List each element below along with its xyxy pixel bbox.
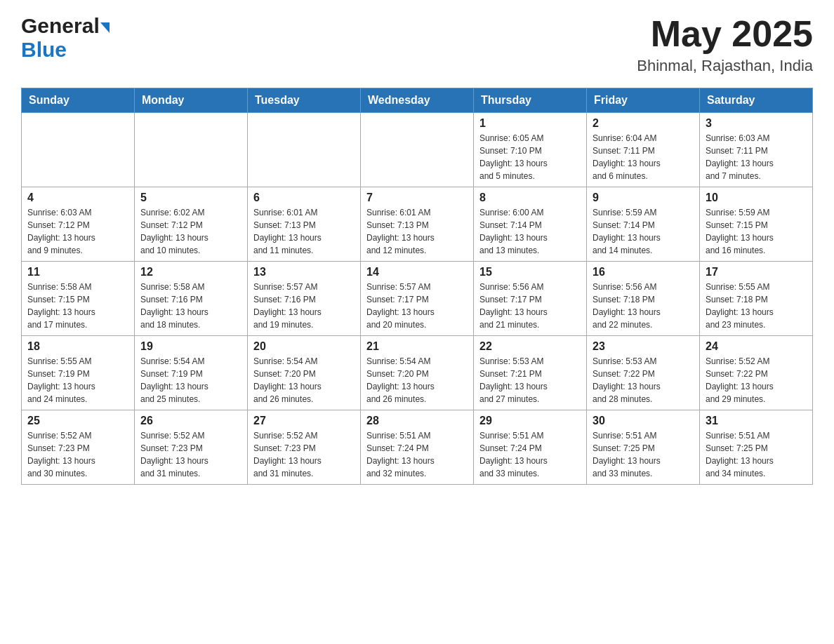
calendar-cell: 24Sunrise: 5:52 AMSunset: 7:22 PMDayligh… <box>700 336 813 410</box>
day-number: 11 <box>27 266 128 279</box>
day-info: Sunrise: 5:54 AMSunset: 7:19 PMDaylight:… <box>140 355 241 405</box>
calendar-cell: 10Sunrise: 5:59 AMSunset: 7:15 PMDayligh… <box>700 187 813 262</box>
day-info: Sunrise: 5:51 AMSunset: 7:24 PMDaylight:… <box>366 429 468 480</box>
calendar-cell: 12Sunrise: 5:58 AMSunset: 7:16 PMDayligh… <box>135 262 248 336</box>
calendar-cell: 2Sunrise: 6:04 AMSunset: 7:11 PMDaylight… <box>587 113 700 187</box>
calendar-cell: 11Sunrise: 5:58 AMSunset: 7:15 PMDayligh… <box>22 262 135 336</box>
calendar-cell <box>248 113 361 187</box>
day-number: 21 <box>366 340 468 353</box>
calendar-table: SundayMondayTuesdayWednesdayThursdayFrid… <box>21 88 813 485</box>
day-number: 25 <box>27 415 128 427</box>
day-info: Sunrise: 5:58 AMSunset: 7:16 PMDaylight:… <box>140 281 241 331</box>
day-number: 22 <box>479 340 581 353</box>
calendar-cell: 6Sunrise: 6:01 AMSunset: 7:13 PMDaylight… <box>248 187 361 262</box>
day-number: 17 <box>706 266 807 279</box>
weekday-header-wednesday: Wednesday <box>361 88 474 113</box>
calendar-cell: 7Sunrise: 6:01 AMSunset: 7:13 PMDaylight… <box>361 187 474 262</box>
day-number: 28 <box>366 415 468 427</box>
calendar-cell: 14Sunrise: 5:57 AMSunset: 7:17 PMDayligh… <box>361 262 474 336</box>
day-info: Sunrise: 5:56 AMSunset: 7:17 PMDaylight:… <box>479 281 581 331</box>
day-number: 19 <box>140 340 241 353</box>
calendar-header-row: SundayMondayTuesdayWednesdayThursdayFrid… <box>22 88 813 113</box>
calendar-cell: 19Sunrise: 5:54 AMSunset: 7:19 PMDayligh… <box>135 336 248 410</box>
day-info: Sunrise: 5:54 AMSunset: 7:20 PMDaylight:… <box>366 355 468 405</box>
day-info: Sunrise: 6:03 AMSunset: 7:11 PMDaylight:… <box>706 132 807 182</box>
day-number: 29 <box>479 415 581 427</box>
day-info: Sunrise: 6:05 AMSunset: 7:10 PMDaylight:… <box>479 132 581 182</box>
logo: General Blue <box>21 14 110 65</box>
day-number: 26 <box>140 415 241 427</box>
day-number: 31 <box>706 415 807 427</box>
day-info: Sunrise: 5:51 AMSunset: 7:25 PMDaylight:… <box>593 429 694 480</box>
day-info: Sunrise: 5:51 AMSunset: 7:24 PMDaylight:… <box>479 429 581 480</box>
calendar-cell: 20Sunrise: 5:54 AMSunset: 7:20 PMDayligh… <box>248 336 361 410</box>
title-section: May 2025 Bhinmal, Rajasthan, India <box>637 14 813 75</box>
day-info: Sunrise: 5:52 AMSunset: 7:23 PMDaylight:… <box>27 429 128 480</box>
logo-triangle-icon <box>100 22 110 33</box>
day-info: Sunrise: 6:01 AMSunset: 7:13 PMDaylight:… <box>366 206 468 257</box>
day-number: 1 <box>479 117 581 130</box>
weekday-header-tuesday: Tuesday <box>248 88 361 113</box>
day-info: Sunrise: 5:59 AMSunset: 7:14 PMDaylight:… <box>593 206 694 257</box>
calendar-cell <box>361 113 474 187</box>
calendar-cell: 16Sunrise: 5:56 AMSunset: 7:18 PMDayligh… <box>587 262 700 336</box>
day-info: Sunrise: 5:57 AMSunset: 7:16 PMDaylight:… <box>253 281 355 331</box>
day-number: 13 <box>253 266 355 279</box>
day-info: Sunrise: 6:00 AMSunset: 7:14 PMDaylight:… <box>479 206 581 257</box>
day-number: 12 <box>140 266 241 279</box>
calendar-subtitle: Bhinmal, Rajasthan, India <box>637 57 813 75</box>
calendar-cell: 18Sunrise: 5:55 AMSunset: 7:19 PMDayligh… <box>22 336 135 410</box>
calendar-cell: 23Sunrise: 5:53 AMSunset: 7:22 PMDayligh… <box>587 336 700 410</box>
day-info: Sunrise: 5:52 AMSunset: 7:22 PMDaylight:… <box>706 355 807 405</box>
day-info: Sunrise: 6:04 AMSunset: 7:11 PMDaylight:… <box>593 132 694 182</box>
calendar-week-row: 4Sunrise: 6:03 AMSunset: 7:12 PMDaylight… <box>22 187 813 262</box>
day-number: 23 <box>593 340 694 353</box>
calendar-title: May 2025 <box>637 14 813 54</box>
day-number: 9 <box>593 192 694 204</box>
calendar-cell: 13Sunrise: 5:57 AMSunset: 7:16 PMDayligh… <box>248 262 361 336</box>
day-number: 5 <box>140 192 241 204</box>
day-number: 2 <box>593 117 694 130</box>
day-number: 24 <box>706 340 807 353</box>
calendar-cell: 3Sunrise: 6:03 AMSunset: 7:11 PMDaylight… <box>700 113 813 187</box>
calendar-cell: 27Sunrise: 5:52 AMSunset: 7:23 PMDayligh… <box>248 410 361 485</box>
day-number: 16 <box>593 266 694 279</box>
calendar-cell <box>22 113 135 187</box>
day-info: Sunrise: 5:58 AMSunset: 7:15 PMDaylight:… <box>27 281 128 331</box>
weekday-header-saturday: Saturday <box>700 88 813 113</box>
calendar-cell: 1Sunrise: 6:05 AMSunset: 7:10 PMDaylight… <box>474 113 587 187</box>
day-number: 15 <box>479 266 581 279</box>
day-info: Sunrise: 5:52 AMSunset: 7:23 PMDaylight:… <box>253 429 355 480</box>
day-info: Sunrise: 5:57 AMSunset: 7:17 PMDaylight:… <box>366 281 468 331</box>
day-info: Sunrise: 5:55 AMSunset: 7:18 PMDaylight:… <box>706 281 807 331</box>
calendar-cell: 21Sunrise: 5:54 AMSunset: 7:20 PMDayligh… <box>361 336 474 410</box>
day-number: 27 <box>253 415 355 427</box>
day-info: Sunrise: 6:03 AMSunset: 7:12 PMDaylight:… <box>27 206 128 257</box>
calendar-cell: 15Sunrise: 5:56 AMSunset: 7:17 PMDayligh… <box>474 262 587 336</box>
day-info: Sunrise: 6:02 AMSunset: 7:12 PMDaylight:… <box>140 206 241 257</box>
weekday-header-sunday: Sunday <box>22 88 135 113</box>
logo-general-text: General <box>21 14 100 38</box>
day-info: Sunrise: 5:52 AMSunset: 7:23 PMDaylight:… <box>140 429 241 480</box>
weekday-header-friday: Friday <box>587 88 700 113</box>
weekday-header-thursday: Thursday <box>474 88 587 113</box>
calendar-cell: 29Sunrise: 5:51 AMSunset: 7:24 PMDayligh… <box>474 410 587 485</box>
day-number: 30 <box>593 415 694 427</box>
calendar-cell: 17Sunrise: 5:55 AMSunset: 7:18 PMDayligh… <box>700 262 813 336</box>
page-header: General Blue May 2025 Bhinmal, Rajasthan… <box>21 14 813 75</box>
day-number: 6 <box>253 192 355 204</box>
calendar-cell <box>135 113 248 187</box>
calendar-cell: 4Sunrise: 6:03 AMSunset: 7:12 PMDaylight… <box>22 187 135 262</box>
calendar-cell: 8Sunrise: 6:00 AMSunset: 7:14 PMDaylight… <box>474 187 587 262</box>
day-number: 10 <box>706 192 807 204</box>
weekday-header-monday: Monday <box>135 88 248 113</box>
calendar-cell: 5Sunrise: 6:02 AMSunset: 7:12 PMDaylight… <box>135 187 248 262</box>
calendar-cell: 9Sunrise: 5:59 AMSunset: 7:14 PMDaylight… <box>587 187 700 262</box>
calendar-week-row: 25Sunrise: 5:52 AMSunset: 7:23 PMDayligh… <box>22 410 813 485</box>
calendar-cell: 25Sunrise: 5:52 AMSunset: 7:23 PMDayligh… <box>22 410 135 485</box>
day-info: Sunrise: 5:55 AMSunset: 7:19 PMDaylight:… <box>27 355 128 405</box>
day-info: Sunrise: 5:56 AMSunset: 7:18 PMDaylight:… <box>593 281 694 331</box>
day-number: 3 <box>706 117 807 130</box>
day-number: 4 <box>27 192 128 204</box>
day-info: Sunrise: 5:53 AMSunset: 7:22 PMDaylight:… <box>593 355 694 405</box>
